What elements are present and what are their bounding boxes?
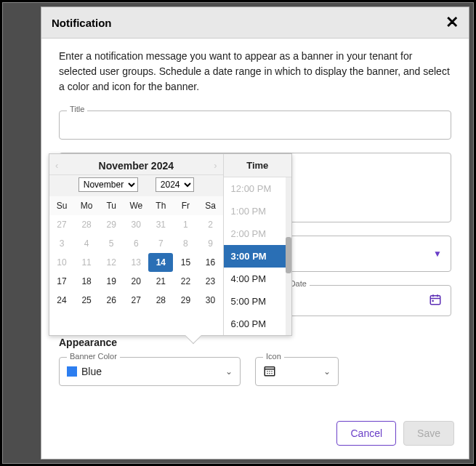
svg-point-12 (267, 371, 268, 372)
modal-footer: Cancel Save (41, 411, 469, 459)
modal-body: Enter a notification message you want to… (41, 39, 469, 411)
cancel-button[interactable]: Cancel (336, 421, 396, 446)
calendar-day[interactable]: 5 (99, 234, 124, 253)
calendar-day[interactable]: 13 (124, 253, 148, 272)
weekday-header: Tu (99, 196, 124, 215)
svg-point-14 (271, 371, 273, 372)
calendar-day[interactable]: 1 (173, 215, 198, 234)
calendar-day[interactable]: 9 (198, 234, 222, 253)
time-pane: Time 12:00 PM1:00 PM2:00 PM3:00 PM4:00 P… (223, 154, 291, 335)
scrollbar-track[interactable] (286, 177, 291, 335)
svg-point-16 (269, 373, 270, 374)
modal-header: Notification ✕ (41, 7, 469, 39)
calendar-day[interactable]: 6 (124, 234, 148, 253)
time-list[interactable]: 12:00 PM1:00 PM2:00 PM3:00 PM4:00 PM5:00… (224, 177, 291, 335)
banner-color-select[interactable]: Banner Color Blue ⌄ (59, 357, 241, 386)
svg-rect-5 (430, 296, 440, 305)
calendar-day[interactable]: 16 (198, 253, 222, 272)
appearance-heading: Appearance (59, 337, 451, 348)
time-option[interactable]: 6:00 PM (224, 313, 291, 335)
calendar-month-year: November 2024 (99, 160, 174, 172)
calendar-day[interactable]: 15 (173, 253, 198, 272)
chevron-down-icon: ⌄ (323, 366, 331, 377)
calendar-pane: ‹ November 2024 › November 2024 SuMoTuWe… (49, 154, 223, 335)
time-option[interactable]: 3:00 PM (224, 245, 291, 268)
calendar-grid-icon (263, 364, 276, 379)
time-header: Time (224, 154, 291, 177)
svg-rect-9 (432, 300, 434, 302)
calendar-day[interactable]: 2 (198, 215, 222, 234)
calendar-day[interactable]: 14 (148, 253, 173, 272)
month-select[interactable]: November (78, 177, 138, 192)
year-select[interactable]: 2024 (156, 177, 194, 192)
title-label: Title (67, 105, 87, 113)
title-field[interactable]: Title (59, 111, 451, 140)
calendar-day[interactable]: 7 (148, 234, 173, 253)
calendar-grid: SuMoTuWeThFrSa 2728293031123456789101112… (49, 196, 223, 310)
icon-select[interactable]: Icon ⌄ (255, 357, 339, 386)
scrollbar-thumb[interactable] (286, 237, 291, 273)
close-icon[interactable]: ✕ (445, 15, 459, 31)
calendar-day[interactable]: 19 (99, 272, 124, 291)
time-option[interactable]: 4:00 PM (224, 268, 291, 290)
modal-description: Enter a notification message you want to… (59, 49, 451, 95)
calendar-day[interactable]: 29 (99, 215, 124, 234)
calendar-day[interactable]: 30 (198, 291, 222, 310)
banner-color-value: Blue (81, 366, 102, 377)
calendar-day[interactable]: 27 (124, 291, 148, 310)
weekday-header: Th (148, 196, 173, 215)
banner-color-label: Banner Color (67, 352, 120, 361)
weekday-header: Fr (173, 196, 198, 215)
chevron-down-icon: ⌄ (225, 366, 233, 377)
calendar-day[interactable]: 27 (49, 215, 74, 234)
calendar-day[interactable]: 24 (49, 291, 74, 310)
calendar-day[interactable]: 4 (74, 234, 99, 253)
calendar-day[interactable]: 28 (74, 215, 99, 234)
calendar-day[interactable]: 18 (74, 272, 99, 291)
svg-point-15 (267, 373, 268, 374)
date-time-picker: ‹ November 2024 › November 2024 SuMoTuWe… (49, 153, 292, 336)
calendar-day[interactable]: 10 (49, 253, 74, 272)
svg-point-13 (269, 371, 270, 372)
time-option: 1:00 PM (224, 200, 291, 222)
save-button: Save (403, 421, 454, 446)
weekday-header: Sa (198, 196, 222, 215)
calendar-icon[interactable] (429, 293, 442, 308)
calendar-day[interactable]: 26 (99, 291, 124, 310)
weekday-header: We (124, 196, 148, 215)
calendar-day[interactable]: 29 (173, 291, 198, 310)
chevron-down-icon: ▼ (433, 249, 442, 259)
notification-modal: Notification ✕ Enter a notification mess… (41, 7, 469, 459)
prev-month-icon[interactable]: ‹ (55, 160, 58, 171)
calendar-day[interactable]: 8 (173, 234, 198, 253)
calendar-day[interactable]: 20 (124, 272, 148, 291)
calendar-day[interactable]: 21 (148, 272, 173, 291)
calendar-day[interactable]: 30 (124, 215, 148, 234)
weekday-header: Su (49, 196, 74, 215)
time-option: 12:00 PM (224, 177, 291, 200)
calendar-day[interactable]: 3 (49, 234, 74, 253)
time-option[interactable]: 5:00 PM (224, 290, 291, 313)
calendar-day[interactable]: 23 (198, 272, 222, 291)
calendar-day[interactable]: 17 (49, 272, 74, 291)
next-month-icon[interactable]: › (214, 160, 217, 171)
calendar-day[interactable]: 31 (148, 215, 173, 234)
calendar-day[interactable]: 12 (99, 253, 124, 272)
calendar-day[interactable]: 25 (74, 291, 99, 310)
calendar-day[interactable]: 22 (173, 272, 198, 291)
color-swatch (67, 366, 77, 377)
time-option: 2:00 PM (224, 222, 291, 245)
weekday-header: Mo (74, 196, 99, 215)
icon-label: Icon (263, 352, 284, 361)
calendar-day[interactable]: 28 (148, 291, 173, 310)
modal-title: Notification (52, 17, 112, 29)
calendar-day[interactable]: 11 (74, 253, 99, 272)
svg-point-17 (271, 373, 273, 374)
